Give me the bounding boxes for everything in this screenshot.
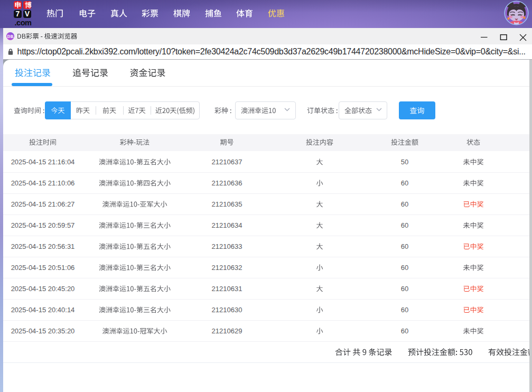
svg-text:DB: DB — [7, 34, 14, 39]
